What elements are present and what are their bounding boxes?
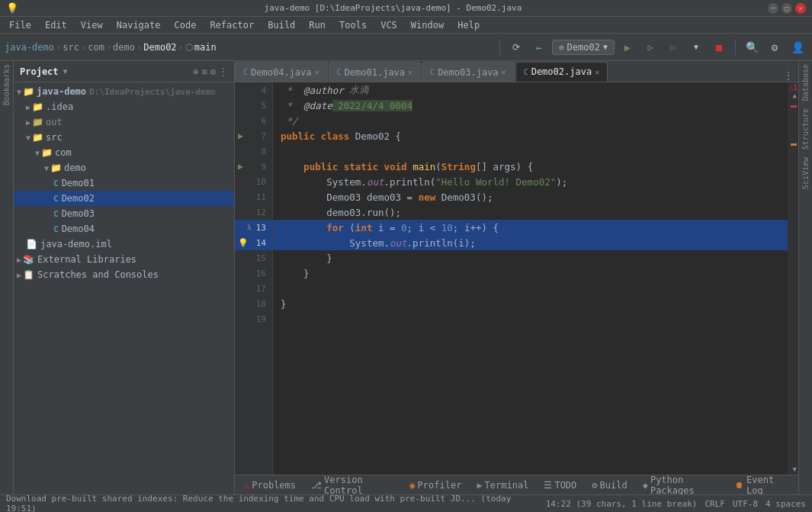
code-content[interactable]: * @author 水滴 * @date 2022/4/4 0004 */ (273, 82, 788, 475)
settings-button[interactable]: ⚙ (765, 37, 785, 57)
tree-item-scratches[interactable]: ▶ 📋 Scratches and Consoles (14, 267, 234, 282)
indent-setting[interactable]: 4 spaces (765, 499, 806, 509)
event-log-tab[interactable]: Event Log (730, 477, 795, 494)
tab-demo04[interactable]: C Demo04.java ✕ (235, 62, 328, 82)
search-everywhere-button[interactable]: 🔍 (742, 37, 762, 57)
locate-file-icon[interactable]: ⊕ (193, 66, 198, 77)
tree-item-root[interactable]: ▼ 📁 java-demo D:\IdeaProjects\java-demo (14, 84, 234, 99)
structure-tab[interactable]: Structure (800, 105, 811, 153)
error-count-badge: △1 (789, 84, 798, 92)
tab-demo03-close[interactable]: ✕ (502, 68, 506, 76)
maximize-button[interactable]: □ (782, 3, 792, 14)
menu-tools[interactable]: Tools (333, 18, 373, 32)
tab-demo01-icon: C (337, 68, 342, 76)
tree-item-com[interactable]: ▼ 📁 com (14, 145, 234, 160)
bottom-tab-problems[interactable]: ⚠ Problems (238, 477, 302, 494)
down-arrow-icon[interactable]: ▼ (793, 465, 797, 473)
run-config-selector[interactable]: ◉ Demo02 ▼ (552, 40, 615, 55)
sciview-tab[interactable]: SciView (800, 154, 811, 192)
more-options-icon[interactable]: ⋮ (219, 66, 228, 77)
bottom-tab-build[interactable]: ⚙ Build (586, 477, 633, 494)
minimize-button[interactable]: ─ (768, 3, 778, 14)
breadcrumb-com[interactable]: com (88, 42, 104, 53)
tab-demo02-close[interactable]: ✕ (595, 68, 599, 76)
bottom-tab-terminal[interactable]: ▶ Terminal (470, 477, 534, 494)
sync-button[interactable]: ⟳ (506, 37, 526, 57)
code-at-date: @date (303, 100, 332, 111)
breadcrumb-demo[interactable]: demo (113, 42, 135, 53)
breadcrumb-main[interactable]: main (194, 42, 217, 53)
status-message-text[interactable]: Download pre-built shared indexes: Reduc… (6, 494, 511, 512)
tree-item-src[interactable]: ▼ 📁 src (14, 130, 234, 145)
encoding[interactable]: UTF-8 (733, 499, 758, 509)
tree-arrow-com: ▼ (35, 149, 40, 157)
line-num-7: 7 (261, 131, 266, 141)
title-bar: 💡 java-demo [D:\IdeaProjects\java-demo] … (0, 0, 812, 17)
window-title: java-demo [D:\IdeaProjects\java-demo] - … (18, 3, 768, 13)
tab-demo04-close[interactable]: ✕ (315, 68, 319, 76)
menu-navigate[interactable]: Navigate (111, 18, 167, 32)
tree-label-ext-libs: External Libraries (37, 254, 136, 265)
tree-item-demo01[interactable]: C Demo01 (14, 175, 234, 191)
menu-run[interactable]: Run (303, 18, 332, 32)
project-view-dropdown[interactable]: ▼ (63, 67, 68, 76)
tree-item-demo02[interactable]: C Demo02 (14, 191, 234, 206)
menu-vcs[interactable]: VCS (374, 18, 403, 32)
breadcrumb-sep1: › (56, 42, 61, 53)
bottom-tab-version-control[interactable]: ⎇ Version Control (305, 477, 400, 494)
menu-help[interactable]: Help (451, 18, 486, 32)
terminal-icon: ▶ (477, 480, 482, 491)
database-tab[interactable]: Database (800, 61, 811, 104)
line-num-8: 8 (261, 147, 266, 156)
tree-item-iml[interactable]: 📄 java-demo.iml (14, 237, 234, 252)
bottom-tab-profiler[interactable]: ◉ Profiler (403, 477, 467, 494)
notifications-button[interactable]: 👤 (788, 37, 807, 57)
menu-build[interactable]: Build (262, 18, 301, 32)
tab-demo01-close[interactable]: ✕ (408, 68, 412, 76)
menu-edit[interactable]: Edit (39, 18, 73, 32)
breadcrumb-src[interactable]: src (63, 42, 79, 53)
menu-view[interactable]: View (75, 18, 109, 32)
tree-item-out[interactable]: ▶ 📁 out (14, 114, 234, 130)
menu-file[interactable]: File (3, 18, 37, 32)
debug-run-button[interactable]: ▷ (640, 37, 660, 57)
cursor-position[interactable]: 14:22 (39 chars, 1 line break) (546, 499, 698, 509)
breadcrumb-method[interactable]: ⬡ (185, 42, 193, 53)
menu-code[interactable]: Code (168, 18, 203, 32)
run-with-coverage[interactable]: ▷ (663, 37, 683, 57)
code-line-5: * @date 2022/4/4 0004 (273, 98, 788, 113)
back-button[interactable]: ← (529, 37, 549, 57)
more-run-options[interactable]: ▼ (686, 37, 706, 57)
gutter-line-4: 4 (235, 82, 272, 98)
tab-demo01[interactable]: C Demo01.java ✕ (329, 62, 422, 82)
run-config-label: Demo02 (567, 42, 600, 53)
tree-item-demo04[interactable]: C Demo04 (14, 221, 234, 237)
stop-button[interactable]: ■ (709, 37, 729, 57)
tree-item-demo[interactable]: ▼ 📁 demo (14, 160, 234, 175)
window-controls: ─ □ ✕ (768, 3, 806, 14)
tab-overflow-more[interactable]: ⋮ (778, 69, 798, 82)
tree-item-idea[interactable]: ▶ 📁 .idea (14, 99, 234, 114)
code-line-17 (273, 281, 788, 296)
line-ending[interactable]: CRLF (704, 499, 725, 509)
menu-refactor[interactable]: Refactor (204, 18, 260, 32)
up-arrow-icon[interactable]: ▲ (793, 92, 797, 99)
collapse-all-icon[interactable]: ≡ (202, 66, 207, 77)
bookmarks-tab[interactable]: Bookmarks (1, 61, 12, 108)
bottom-tab-python[interactable]: ◈ Python Packages (637, 477, 727, 494)
run-button[interactable]: ▶ (618, 37, 637, 57)
kw-public-9: public (303, 161, 344, 172)
tab-demo02[interactable]: C Demo02.java ✕ (515, 62, 608, 82)
folder-icon-out: 📁 (32, 117, 43, 127)
breadcrumb-class[interactable]: Demo02 (143, 42, 176, 53)
breadcrumb-project[interactable]: java-demo (5, 42, 54, 53)
bulb-icon-14[interactable]: 💡 (238, 238, 249, 248)
project-settings-icon[interactable]: ⚙ (210, 66, 216, 77)
bottom-tab-todo[interactable]: ☰ TODO (538, 477, 583, 494)
tree-item-demo03[interactable]: C Demo03 (14, 206, 234, 221)
tree-item-external-libs[interactable]: ▶ 📚 External Libraries (14, 252, 234, 267)
tab-demo03[interactable]: C Demo03.java ✕ (422, 62, 515, 82)
close-button[interactable]: ✕ (795, 3, 806, 14)
toolbar: java-demo › src › com › demo › Demo02 › … (0, 34, 812, 61)
menu-window[interactable]: Window (405, 18, 450, 32)
